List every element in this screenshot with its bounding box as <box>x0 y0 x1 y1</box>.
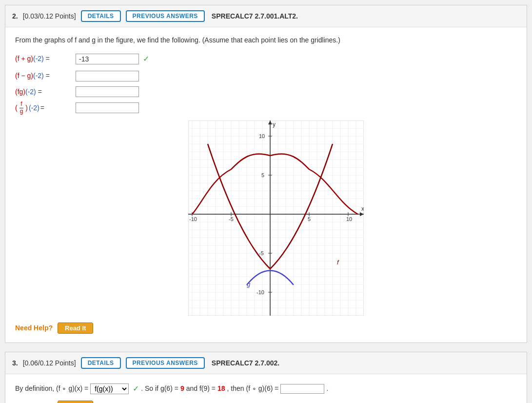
eq3-input[interactable] <box>76 86 139 97</box>
problem-2-number: 2. <box>12 12 18 20</box>
svg-text:10: 10 <box>346 216 352 222</box>
problem-3-number: 3. <box>12 359 18 367</box>
problem-2-content: From the graphs of f and g in the figure… <box>5 27 527 343</box>
problem-2-box: 2. [0.03/0.12 Points] DETAILS PREVIOUS A… <box>5 5 527 343</box>
need-help-row-3: Need Help? Read It <box>15 401 517 403</box>
read-it-button-3[interactable]: Read It <box>58 401 93 403</box>
eq3-row: (fg)(-2) = <box>15 84 517 100</box>
problem-3-header: 3. [0.06/0.12 Points] DETAILS PREVIOUS A… <box>5 352 527 374</box>
svg-text:-10: -10 <box>256 289 264 295</box>
graph-area: x y -10 -5 5 10 10 <box>35 121 517 316</box>
p3-g6: 9 <box>180 383 184 395</box>
svg-text:x: x <box>361 205 364 212</box>
svg-text:10: 10 <box>259 133 265 139</box>
p3-text-and: and f(9) = <box>186 383 216 395</box>
p3-text-then: , then (f ∘ g)(6) = <box>227 383 279 395</box>
problem-3-points: [0.06/0.12 Points] <box>23 359 76 367</box>
eq2-label: (f − g)(-2) = <box>15 68 74 83</box>
graph-svg: x y -10 -5 5 10 10 <box>188 121 364 316</box>
p3-checkmark: ✓ <box>133 382 139 396</box>
problem-3-description: By definition, (f ∘ g)(x) = f(g(x)) g(f(… <box>15 382 517 396</box>
p3-text-middle: . So if g(6) = <box>141 383 178 395</box>
svg-rect-0 <box>188 121 364 316</box>
problem-2-points: [0.03/0.12 Points] <box>23 12 76 20</box>
problem-2-header: 2. [0.03/0.12 Points] DETAILS PREVIOUS A… <box>5 5 527 27</box>
eq4-label: ( f g ) (-2) = <box>15 101 74 116</box>
problem-3-code: SPRECALC7 2.7.002. <box>212 359 279 367</box>
eq1-checkmark: ✓ <box>143 50 149 67</box>
p3-final-input[interactable] <box>280 384 324 394</box>
svg-text:-10: -10 <box>189 216 197 222</box>
eq4-input[interactable] <box>76 102 139 113</box>
prev-answers-button-2[interactable]: PREVIOUS ANSWERS <box>126 10 205 22</box>
eq2-row: (f − g)(-2) = <box>15 68 517 83</box>
eq2-input[interactable] <box>76 71 139 81</box>
eq3-label: (fg)(-2) = <box>15 84 74 100</box>
svg-text:y: y <box>273 121 276 128</box>
svg-text:5: 5 <box>261 172 264 178</box>
problem-2-description: From the graphs of f and g in the figure… <box>15 35 517 45</box>
read-it-button-2[interactable]: Read It <box>58 322 93 334</box>
p3-text-before: By definition, (f ∘ g)(x) = <box>15 383 88 395</box>
need-help-row-2: Need Help? Read It <box>15 322 517 334</box>
svg-text:-5: -5 <box>229 216 234 222</box>
svg-text:-5: -5 <box>259 250 264 256</box>
details-button-3[interactable]: DETAILS <box>81 357 121 369</box>
problem-3-box: 3. [0.06/0.12 Points] DETAILS PREVIOUS A… <box>5 352 527 403</box>
svg-text:g: g <box>247 281 251 288</box>
details-button-2[interactable]: DETAILS <box>81 10 121 22</box>
eq4-row: ( f g ) (-2) = <box>15 101 517 116</box>
problem-3-content: By definition, (f ∘ g)(x) = f(g(x)) g(f(… <box>5 374 527 403</box>
prev-answers-button-3[interactable]: PREVIOUS ANSWERS <box>126 357 205 369</box>
p3-f9: 18 <box>217 383 225 395</box>
svg-text:5: 5 <box>308 216 311 222</box>
eq1-input[interactable] <box>76 54 139 64</box>
need-help-label-2: Need Help? <box>15 324 53 332</box>
p3-select[interactable]: f(g(x)) g(f(x)) f(x)·g(x) <box>90 383 129 394</box>
problem-2-code: SPRECALC7 2.7.001.ALT2. <box>212 12 298 20</box>
eq1-row: (f + g)(-2) = ✓ <box>15 50 517 67</box>
equations-block: (f + g)(-2) = ✓ (f − g)(-2) = (fg)(-2) = <box>15 50 517 116</box>
p3-text-end: . <box>326 383 328 395</box>
eq1-label: (f + g)(-2) = <box>15 51 74 66</box>
